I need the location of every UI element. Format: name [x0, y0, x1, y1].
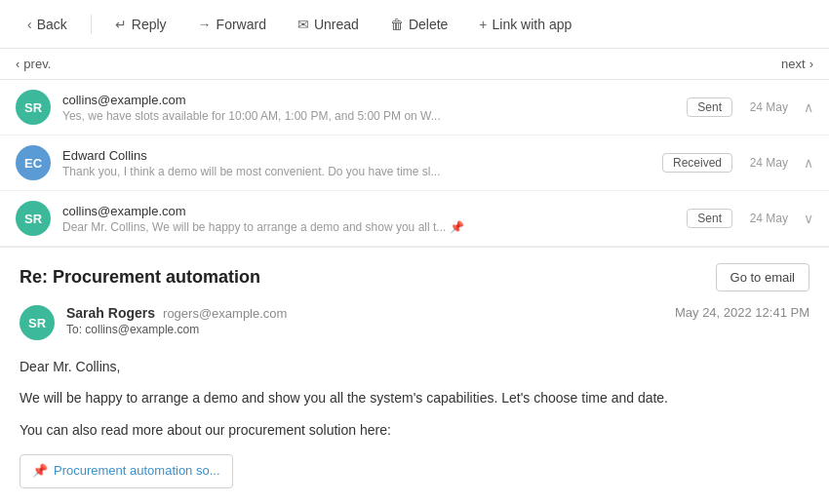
thread-meta: Sent 24 May ∨	[687, 209, 813, 228]
status-badge: Received	[662, 153, 732, 173]
divider-1	[91, 15, 92, 34]
thread-date: 24 May	[744, 100, 788, 114]
mail-icon: ✉	[297, 17, 309, 32]
forward-icon: →	[198, 17, 212, 32]
link-label: Link with app	[493, 17, 572, 32]
unread-button[interactable]: ✉ Unread	[286, 11, 371, 38]
thread-date: 24 May	[744, 156, 788, 170]
prev-chevron-icon: ‹	[16, 57, 20, 71]
delete-label: Delete	[409, 17, 448, 32]
next-link[interactable]: next ›	[781, 57, 813, 71]
status-badge: Sent	[687, 209, 732, 228]
preview-text: Dear Mr. Collins, We will be happy to ar…	[62, 220, 446, 234]
forward-button[interactable]: → Forward	[186, 11, 278, 38]
thread-list: SR collins@example.com Yes, we have slot…	[0, 80, 829, 248]
to-label: To:	[66, 323, 82, 336]
forward-label: Forward	[217, 17, 266, 32]
next-chevron-icon: ›	[809, 57, 813, 71]
link-icon: +	[479, 17, 487, 32]
thread-info: collins@example.com Yes, we have slots a…	[62, 93, 675, 123]
thread-info: Edward Collins Thank you, I think a demo…	[62, 148, 651, 178]
goto-email-button[interactable]: Go to email	[716, 263, 809, 291]
email-subject-row: Re: Procurement automation Go to email	[20, 263, 809, 291]
thread-meta: Sent 24 May ∧	[687, 97, 813, 117]
navigation-bar: ‹ prev. next ›	[0, 49, 829, 80]
thread-meta: Received 24 May ∧	[662, 153, 813, 173]
status-badge: Sent	[687, 97, 732, 117]
link-with-app-button[interactable]: + Link with app	[467, 11, 583, 38]
back-label: Back	[37, 17, 67, 32]
attachment-name: Procurement automation so...	[54, 461, 220, 482]
reply-button[interactable]: ↵ Reply	[103, 11, 178, 38]
thread-sender: collins@example.com	[62, 204, 675, 218]
email-timestamp: May 24, 2022 12:41 PM	[675, 305, 809, 320]
reply-icon: ↵	[115, 17, 127, 32]
next-label: next	[781, 57, 806, 71]
thread-preview: Dear Mr. Collins, We will be happy to ar…	[62, 220, 675, 234]
attachment-clip-icon: 📌	[450, 220, 464, 234]
sender-info: Sarah Rogers rogers@example.com To: coll…	[66, 305, 663, 336]
chevron-up-icon: ∧	[804, 155, 813, 171]
chevron-down-icon: ∨	[804, 211, 813, 226]
to-email: collins@example.com	[85, 323, 199, 336]
back-button[interactable]: ‹ Back	[16, 11, 79, 38]
reply-label: Reply	[132, 17, 167, 32]
email-to: To: collins@example.com	[66, 323, 663, 336]
body-paragraph-2: You can also read more about our procure…	[20, 419, 809, 441]
sender-name: Sarah Rogers	[66, 305, 155, 321]
body-greeting: Dear Mr. Collins,	[20, 356, 809, 377]
sender-avatar: SR	[20, 305, 55, 340]
thread-sender: collins@example.com	[62, 93, 675, 107]
back-icon: ‹	[27, 17, 32, 32]
delete-button[interactable]: 🗑 Delete	[378, 11, 459, 38]
chevron-up-icon: ∧	[804, 99, 813, 115]
email-header: SR Sarah Rogers rogers@example.com To: c…	[20, 305, 809, 340]
thread-date: 24 May	[744, 212, 788, 225]
unread-label: Unread	[314, 17, 359, 32]
email-body: Dear Mr. Collins, We will be happy to ar…	[20, 356, 809, 488]
thread-item[interactable]: SR collins@example.com Yes, we have slot…	[0, 80, 829, 136]
sender-name-row: Sarah Rogers rogers@example.com	[66, 305, 663, 321]
body-paragraph-1: We will be happy to arrange a demo and s…	[20, 387, 809, 408]
thread-item[interactable]: SR collins@example.com Dear Mr. Collins,…	[0, 191, 829, 247]
thread-info: collins@example.com Dear Mr. Collins, We…	[62, 204, 675, 234]
attachment-link[interactable]: 📌 Procurement automation so...	[20, 454, 233, 488]
thread-item[interactable]: EC Edward Collins Thank you, I think a d…	[0, 136, 829, 191]
avatar: SR	[16, 90, 51, 125]
thread-preview: Thank you, I think a demo will be most c…	[62, 165, 651, 178]
prev-label: prev.	[23, 57, 51, 71]
thread-sender: Edward Collins	[62, 148, 651, 163]
avatar: EC	[16, 145, 51, 180]
prev-link[interactable]: ‹ prev.	[16, 57, 51, 71]
avatar: SR	[16, 201, 51, 236]
toolbar: ‹ Back ↵ Reply → Forward ✉ Unread 🗑 Dele…	[0, 0, 829, 49]
thread-preview: Yes, we have slots available for 10:00 A…	[62, 109, 675, 123]
email-subject: Re: Procurement automation	[20, 267, 260, 288]
email-detail: Re: Procurement automation Go to email S…	[0, 248, 829, 504]
paperclip-icon: 📌	[32, 461, 48, 482]
sender-email: rogers@example.com	[163, 306, 287, 321]
delete-icon: 🗑	[390, 17, 404, 32]
